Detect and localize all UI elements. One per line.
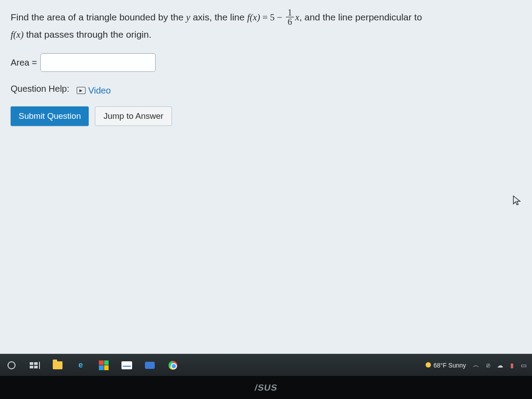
minus: − [275, 12, 285, 23]
sun-icon [426, 362, 431, 368]
video-label: Video [88, 83, 111, 98]
mail-button[interactable] [121, 359, 133, 372]
start-button[interactable] [5, 359, 18, 372]
folder-icon [53, 361, 63, 369]
battery-icon[interactable]: ▭ [521, 362, 527, 369]
fx: f(x) [247, 12, 260, 23]
text-part: axis, the line [190, 12, 247, 22]
mail-icon [121, 361, 132, 369]
chrome-icon [168, 361, 177, 370]
chrome-button[interactable] [167, 359, 179, 372]
question-text: Find the area of a triangle bounded by t… [11, 9, 521, 43]
edge-button[interactable]: e [74, 359, 87, 372]
weather-widget[interactable]: 68°F Sunny [426, 362, 466, 369]
denominator: 6 [286, 17, 294, 26]
play-icon: ▶ [77, 87, 86, 94]
windows-icon [8, 361, 16, 369]
video-link[interactable]: ▶ Video [77, 83, 111, 98]
answer-row: Area = [11, 53, 521, 72]
jump-to-answer-button[interactable]: Jump to Answer [95, 106, 172, 126]
camera-icon [145, 362, 155, 369]
equals: = [260, 12, 270, 23]
comma: , [299, 12, 305, 22]
button-row: Submit Question Jump to Answer [11, 106, 521, 126]
store-icon [99, 360, 109, 370]
answer-label: Area = [11, 55, 37, 70]
taskview-icon [30, 362, 40, 369]
taskview-button[interactable] [28, 359, 41, 372]
text-part: that passes through the origin. [23, 29, 151, 39]
file-explorer-button[interactable] [51, 359, 64, 372]
y-var: y [186, 12, 190, 23]
fraction: 16 [286, 8, 294, 26]
tray-icon-1[interactable]: ⎚ [486, 362, 490, 369]
edge-icon: e [78, 360, 83, 370]
laptop-bezel: /SUS [0, 376, 532, 399]
onedrive-icon[interactable]: ☁ [497, 362, 503, 369]
submit-button[interactable]: Submit Question [11, 106, 89, 126]
weather-text: 68°F Sunny [434, 362, 466, 369]
text-part: and the line perpendicular to [305, 12, 422, 22]
chevron-up-icon[interactable]: ︿ [473, 361, 479, 369]
five: 5 [270, 12, 275, 23]
brand-logo: /SUS [254, 383, 278, 393]
fx2: f(x) [11, 29, 23, 40]
text-part: Find the area of a triangle bounded by t… [11, 12, 186, 22]
taskbar: e 68°F Sunny ︿ ⎚ ☁ ▮ ▭ [0, 354, 532, 376]
cursor-icon [512, 195, 521, 208]
camera-button[interactable] [144, 359, 156, 372]
numerator: 1 [286, 8, 294, 17]
area-input[interactable] [40, 53, 156, 72]
security-icon[interactable]: ▮ [510, 362, 514, 369]
question-panel: Find the area of a triangle bounded by t… [0, 0, 532, 135]
help-label: Question Help: [11, 84, 69, 94]
help-row: Question Help: ▶ Video [11, 82, 521, 98]
x-var: x [295, 12, 299, 23]
store-button[interactable] [98, 359, 110, 372]
